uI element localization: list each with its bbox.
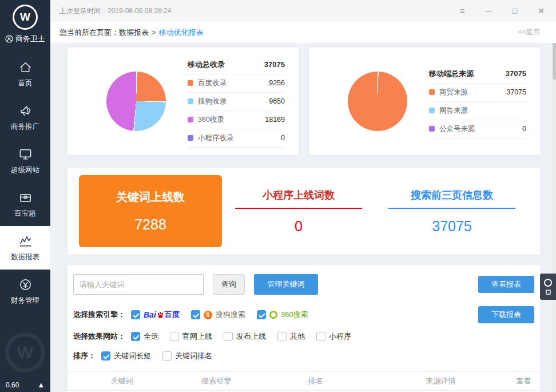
close-icon[interactable]: ✕ xyxy=(537,6,546,15)
topbar: 上次登录时间：2019-08-06 08:28:24 ≡ ─ □ ✕ xyxy=(50,0,556,22)
legend-value: 37075 xyxy=(506,88,526,96)
stat-label: 搜索前三页信息数 xyxy=(411,188,493,202)
manage-keywords-button[interactable]: 管理关键词 xyxy=(254,274,318,295)
sidebar-item-home[interactable]: 首页 xyxy=(0,52,50,96)
content: 移动总收录 37075 百度收录 9256 搜狗收录 9650 xyxy=(50,43,556,392)
keyword-search-input[interactable] xyxy=(73,274,204,295)
legend-color-swatch xyxy=(188,135,193,141)
site-option-miniprogram[interactable]: 小程序 xyxy=(316,331,351,342)
maximize-icon[interactable]: □ xyxy=(510,6,519,15)
top3-info-stat: 搜索前三页信息数 37075 xyxy=(375,188,529,235)
baidu-paw-icon xyxy=(157,311,164,319)
legend-color-swatch xyxy=(429,108,435,113)
main-area: 上次登录时间：2019-08-06 08:28:24 ≡ ─ □ ✕ 您当前所在… xyxy=(50,0,556,392)
download-report-button[interactable]: 下载报表 xyxy=(478,306,534,323)
site-option-publish[interactable]: 发布上线 xyxy=(224,331,266,342)
sort-option-rank[interactable]: 关键词排名 xyxy=(162,351,212,361)
legend-value: 0 xyxy=(281,134,285,142)
breadcrumb-prefix: 您当前所在页面： xyxy=(59,27,119,38)
legend-total: 37075 xyxy=(506,69,526,78)
menu-icon[interactable]: ≡ xyxy=(458,6,467,15)
baidu-logo: Bai 百度 xyxy=(144,310,180,320)
sort-option-length[interactable]: 关键词长短 xyxy=(101,351,151,361)
keyword-rank-checkbox[interactable] xyxy=(162,351,172,361)
scrollbar-track[interactable] xyxy=(553,43,556,392)
brand-name: 商务卫士 xyxy=(15,34,45,44)
sidebar-footer: 0.60 ▲ xyxy=(6,381,45,389)
sidebar-item-promotion[interactable]: 商务推广 xyxy=(0,96,50,139)
col-rank: 排名 xyxy=(256,376,375,386)
legend-label: 公众号来源 xyxy=(439,124,475,134)
keyword-length-checkbox[interactable] xyxy=(101,351,110,361)
breadcrumb: 您当前所在页面： 数据报表 > 移动优化报表 <<返回 xyxy=(50,22,556,43)
stat-value: 37075 xyxy=(432,218,472,235)
engine-option-baidu[interactable]: Bai 百度 xyxy=(131,310,180,320)
360-logo-icon xyxy=(269,311,277,319)
feedback-ring-icon xyxy=(544,279,552,287)
monitor-icon xyxy=(18,147,33,161)
floating-widget[interactable] xyxy=(540,274,556,300)
sidebar-item-label: 首页 xyxy=(18,78,33,88)
collapse-up-arrow-icon[interactable]: ▲ xyxy=(37,381,45,389)
pie-graphic xyxy=(348,72,407,131)
stat-label: 关键词上线数 xyxy=(116,189,185,205)
mobile-index-pie-chart xyxy=(106,72,166,131)
stat-value: 7288 xyxy=(134,216,166,233)
other-checkbox[interactable] xyxy=(277,332,287,341)
engine-option-360[interactable]: 360搜索 xyxy=(257,310,308,320)
site-option-all[interactable]: 全选 xyxy=(131,331,158,342)
sort-row: 排序： 关键词长短 关键词排名 xyxy=(73,350,534,362)
sogou-logo-icon: S xyxy=(204,311,212,319)
sidebar-item-label: 超级网站 xyxy=(11,165,39,175)
legend-value: 0 xyxy=(522,125,526,133)
legend-value: 18169 xyxy=(265,116,285,124)
engine-option-sogou[interactable]: S 搜狗搜索 xyxy=(191,310,245,320)
official-site-checkbox[interactable] xyxy=(170,332,179,341)
miniprogram-checkbox[interactable] xyxy=(316,332,325,341)
keyword-online-box[interactable]: 关键词上线数 7288 xyxy=(79,175,222,247)
stat-underline xyxy=(388,208,515,209)
mobile-index-legend: 移动总收录 37075 百度收录 9256 搜狗收录 9650 xyxy=(188,56,285,148)
col-source-detail: 来源详情 xyxy=(375,376,507,386)
feedback-box-icon xyxy=(546,290,551,295)
site-option-other[interactable]: 其他 xyxy=(277,331,305,342)
360-checkbox[interactable] xyxy=(257,310,266,319)
legend-label: 小程序收录 xyxy=(198,133,234,143)
publish-checkbox[interactable] xyxy=(224,332,233,341)
view-report-button[interactable]: 查看报表 xyxy=(478,276,534,293)
col-keyword: 关键词 xyxy=(67,376,176,386)
legend-color-swatch xyxy=(188,117,193,122)
site-row: 选择效果网站： 全选 官网上线 发布上线 其他 xyxy=(73,330,534,343)
version-label: 0.60 xyxy=(6,381,19,389)
back-link[interactable]: <<返回 xyxy=(518,27,540,37)
sidebar-item-data-reports[interactable]: 数据报表 xyxy=(0,226,50,270)
legend-title: 移动端总来源 xyxy=(429,69,474,79)
sidebar-item-toolbox[interactable]: 百宝箱 xyxy=(0,183,50,226)
minimize-icon[interactable]: ─ xyxy=(484,6,493,15)
legend-value: 9256 xyxy=(269,79,285,87)
last-login-text: 上次登录时间：2019-08-06 08:28:24 xyxy=(59,6,171,16)
legend-label: 商贸来源 xyxy=(439,88,468,97)
sidebar-item-super-website[interactable]: 超级网站 xyxy=(0,139,50,183)
scrollbar-thumb[interactable] xyxy=(553,43,556,80)
col-view: 查看 xyxy=(507,376,540,386)
legend-label: 网告来源 xyxy=(439,106,468,116)
legend-row: 网告来源 xyxy=(429,102,526,120)
select-all-checkbox[interactable] xyxy=(131,332,140,341)
query-button[interactable]: 查询 xyxy=(213,274,245,295)
legend-header: 移动总收录 37075 xyxy=(188,56,285,74)
sogou-checkbox[interactable] xyxy=(191,310,200,319)
legend-color-swatch xyxy=(188,98,193,104)
legend-label: 360收录 xyxy=(198,115,224,125)
legend-label: 搜狗收录 xyxy=(198,97,227,106)
site-option-official[interactable]: 官网上线 xyxy=(170,331,212,342)
baidu-checkbox[interactable] xyxy=(131,310,140,319)
sidebar-item-finance[interactable]: 财务管理 xyxy=(0,270,50,313)
sidebar-item-label: 财务管理 xyxy=(11,296,39,306)
user-shield-icon xyxy=(5,35,13,43)
engine-label: 选择搜索引擎： xyxy=(73,310,125,320)
breadcrumb-current[interactable]: 移动优化报表 xyxy=(159,27,204,38)
sidebar-item-label: 百宝箱 xyxy=(14,209,36,219)
charts-row: 移动总收录 37075 百度收录 9256 搜狗收录 9650 xyxy=(67,47,540,155)
sidebar-item-label: 数据报表 xyxy=(11,252,39,262)
